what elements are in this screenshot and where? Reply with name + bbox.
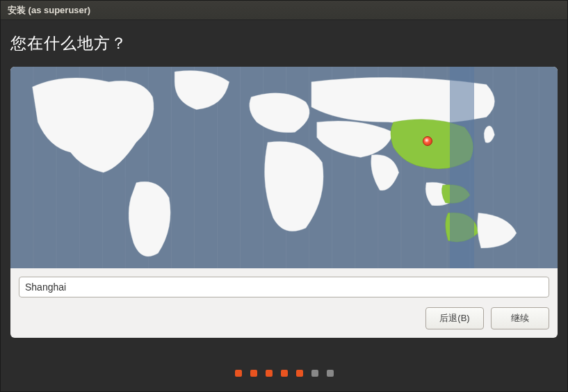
timezone-map[interactable] (10, 67, 558, 268)
continue-button[interactable]: 继续 (491, 307, 549, 329)
pager-dot (235, 370, 242, 377)
pager-dot (311, 370, 318, 377)
inner-panel: 后退(B) 继续 (10, 67, 558, 338)
timezone-input-row (10, 268, 558, 307)
window-titlebar: 安装 (as superuser) (1, 1, 567, 20)
pager-dot (327, 370, 334, 377)
pager-dot (281, 370, 288, 377)
back-button[interactable]: 后退(B) (425, 307, 484, 329)
location-marker-icon (423, 136, 432, 146)
world-map-svg (10, 67, 558, 268)
window-title: 安装 (as superuser) (8, 4, 90, 17)
page-heading: 您在什么地方？ (10, 33, 558, 54)
button-row: 后退(B) 继续 (10, 307, 558, 329)
pager-dot (250, 370, 257, 377)
timezone-band-highlight (450, 67, 474, 268)
progress-pager (0, 370, 568, 377)
content-area: 您在什么地方？ (1, 20, 567, 350)
timezone-input[interactable] (19, 277, 549, 297)
pager-dot (296, 370, 303, 377)
pager-dot (266, 370, 273, 377)
